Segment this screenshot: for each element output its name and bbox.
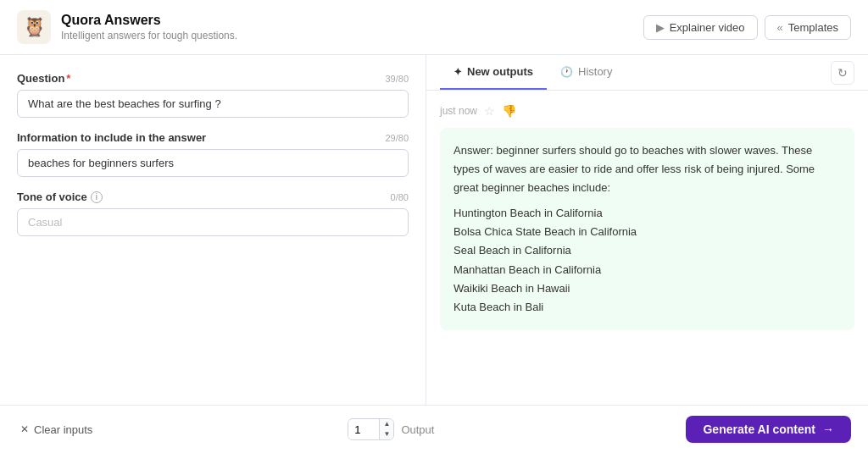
bottom-left: ✕ Clear inputs (17, 420, 96, 439)
right-panel: ✦ New outputs 🕐 History ↻ just now ☆ (426, 55, 868, 405)
beach-list: Huntington Beach in CaliforniaBolsa Chic… (453, 204, 841, 317)
app-info: Quora Answers Intelligent answers for to… (61, 13, 237, 41)
templates-button[interactable]: « Templates (765, 15, 851, 40)
tabs: ✦ New outputs 🕐 History (440, 55, 626, 90)
list-item: Seal Beach in California (453, 241, 841, 260)
question-field-group: Question* 39/80 (17, 72, 409, 118)
clear-inputs-button[interactable]: ✕ Clear inputs (17, 420, 96, 439)
list-item: Waikiki Beach in Hawaii (453, 279, 841, 298)
tabs-row: ✦ New outputs 🕐 History ↻ (426, 55, 868, 91)
question-label-row: Question* 39/80 (17, 72, 409, 85)
explainer-label: Explainer video (670, 21, 745, 34)
play-icon: ▶ (656, 21, 665, 34)
refresh-button[interactable]: ↻ (831, 61, 854, 85)
tone-label-row: Tone of voice i 0/80 (17, 191, 409, 203)
tone-input[interactable] (17, 208, 409, 236)
tab-new-outputs[interactable]: ✦ New outputs (440, 55, 547, 90)
info-icon[interactable]: i (91, 191, 103, 203)
info-counter: 29/80 (385, 133, 409, 143)
number-arrows: ▲ ▼ (379, 419, 393, 439)
question-counter: 39/80 (385, 74, 409, 84)
info-input[interactable] (17, 149, 409, 177)
info-field-group: Information to include in the answer 29/… (17, 131, 409, 177)
increment-button[interactable]: ▲ (380, 419, 393, 429)
output-content: Answer: beginner surfers should go to be… (440, 128, 854, 330)
main-content: Question* 39/80 Information to include i… (0, 55, 868, 405)
left-panel: Question* 39/80 Information to include i… (0, 55, 426, 405)
refresh-icon: ↻ (837, 66, 848, 80)
output-intro: Answer: beginner surfers should go to be… (453, 141, 841, 197)
history-icon: 🕐 (560, 66, 573, 78)
bottom-center: ▲ ▼ Output (348, 418, 434, 440)
output-count-input-wrap: ▲ ▼ (348, 418, 394, 440)
tab-history[interactable]: 🕐 History (547, 55, 626, 90)
tone-info: Tone of voice i (17, 191, 103, 203)
tone-label: Tone of voice (17, 191, 87, 203)
app-title: Quora Answers (61, 13, 237, 28)
app-subtitle: Intelligent answers for tough questions. (61, 30, 237, 41)
clear-label: Clear inputs (34, 423, 92, 436)
tone-counter: 0/80 (391, 192, 409, 202)
output-count-input[interactable] (348, 420, 379, 439)
output-label: Output (401, 423, 434, 436)
info-label: Information to include in the answer (17, 131, 206, 144)
list-item: Huntington Beach in California (453, 204, 841, 223)
tab-new-outputs-label: New outputs (467, 65, 533, 78)
info-label-row: Information to include in the answer 29/… (17, 131, 409, 144)
decrement-button[interactable]: ▼ (380, 429, 393, 439)
list-item: Manhattan Beach in California (453, 261, 841, 279)
output-timestamp: just now (440, 105, 477, 117)
output-area: just now ☆ 👎 Answer: beginner surfers sh… (426, 91, 868, 405)
dislike-icon[interactable]: 👎 (502, 104, 516, 118)
star-icon[interactable]: ☆ (484, 104, 495, 118)
generate-label: Generate AI content (703, 423, 815, 436)
tone-field-group: Tone of voice i 0/80 (17, 191, 409, 236)
explainer-video-button[interactable]: ▶ Explainer video (643, 15, 758, 40)
tab-history-label: History (578, 65, 612, 78)
bottom-bar: ✕ Clear inputs ▲ ▼ Output Generate AI co… (0, 405, 868, 453)
question-input[interactable] (17, 90, 409, 118)
header-left: 🦉 Quora Answers Intelligent answers for … (17, 10, 237, 44)
new-outputs-icon: ✦ (453, 66, 462, 78)
templates-label: Templates (788, 21, 838, 34)
app-logo: 🦉 (17, 10, 51, 44)
clear-icon: ✕ (20, 423, 29, 435)
header-right: ▶ Explainer video « Templates (643, 15, 851, 40)
question-label: Question* (17, 72, 70, 85)
generate-arrow-icon: → (822, 423, 834, 436)
list-item: Kuta Beach in Bali (453, 298, 841, 317)
list-item: Bolsa Chica State Beach in California (453, 223, 841, 241)
templates-icon: « (777, 21, 783, 34)
output-meta: just now ☆ 👎 (440, 104, 854, 118)
generate-button[interactable]: Generate AI content → (686, 416, 851, 443)
header: 🦉 Quora Answers Intelligent answers for … (0, 0, 868, 55)
